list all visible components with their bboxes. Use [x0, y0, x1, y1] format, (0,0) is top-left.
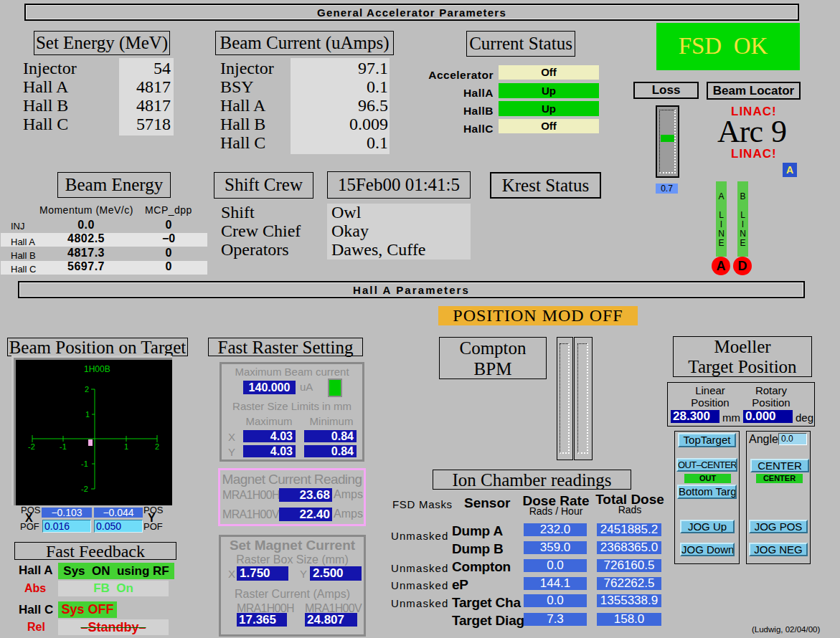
svg-text:1H00B: 1H00B	[84, 364, 110, 374]
svg-text:2: 2	[85, 385, 89, 394]
svg-text:-1: -1	[81, 460, 88, 468]
svg-text:1: 1	[85, 410, 90, 419]
svg-text:2: 2	[155, 442, 159, 451]
svg-text:-2: -2	[28, 442, 35, 451]
svg-text:-2: -2	[81, 485, 88, 493]
svg-text:-1: -1	[60, 442, 67, 451]
svg-text:1: 1	[124, 442, 128, 451]
